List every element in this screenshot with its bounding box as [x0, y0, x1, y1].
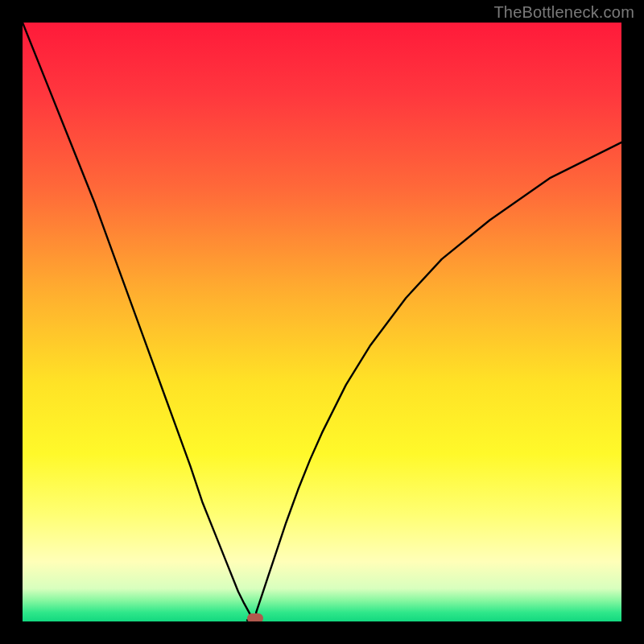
plot-area: [23, 23, 621, 621]
minimum-marker: [247, 613, 263, 621]
chart-frame: TheBottleneck.com: [0, 0, 644, 644]
curve-layer: [23, 23, 621, 621]
watermark-text: TheBottleneck.com: [493, 3, 634, 22]
bottleneck-curve: [23, 23, 621, 621]
